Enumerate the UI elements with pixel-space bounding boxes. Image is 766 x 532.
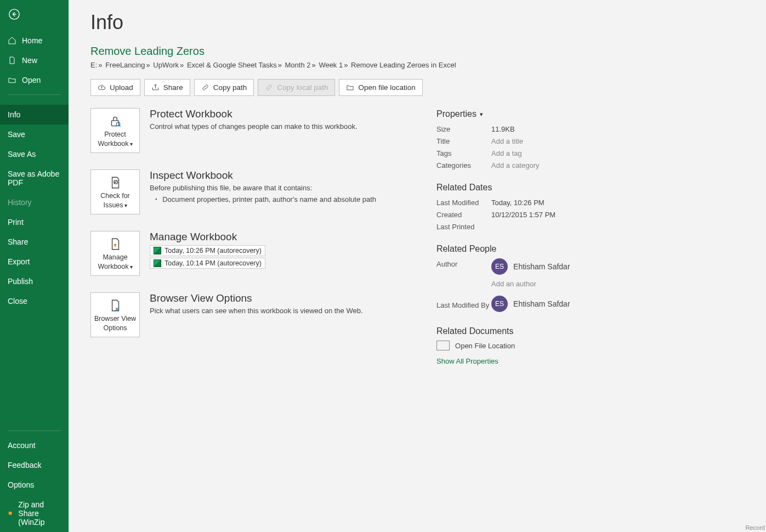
autorecovery-version[interactable]: Today, 10:26 PM (autorecovery) xyxy=(150,245,265,256)
prop-key-last-modified-by: Last Modified By xyxy=(436,299,491,312)
sidebar-item-home[interactable]: Home xyxy=(0,31,69,50)
sidebar-item-print[interactable]: Print xyxy=(0,212,69,232)
prop-val-categories[interactable]: Add a category xyxy=(491,160,539,172)
properties-panel: Properties ▾ Size11.9KB TitleAdd a title… xyxy=(436,108,656,366)
button-label: Upload xyxy=(110,83,133,92)
chevron-down-icon: ▾ xyxy=(480,111,483,118)
sidebar-item-close[interactable]: Close xyxy=(0,291,69,311)
sidebar-item-share[interactable]: Share xyxy=(0,232,69,252)
check-for-issues-button[interactable]: Check for Issues▾ xyxy=(90,169,140,214)
browser-view-options-button[interactable]: Browser View Options xyxy=(90,292,140,337)
copy-local-path-button: Copy local path xyxy=(258,79,335,96)
show-all-properties-link[interactable]: Show All Properties xyxy=(436,357,498,365)
sidebar-item-account[interactable]: Account xyxy=(0,435,69,455)
prop-val-tags[interactable]: Add a tag xyxy=(491,148,522,160)
prop-val-size: 11.9KB xyxy=(491,123,515,135)
breadcrumb-segment[interactable]: FreeLancing xyxy=(105,61,145,69)
page-title: Info xyxy=(90,11,766,34)
home-icon xyxy=(8,36,16,45)
related-documents-heading: Related Documents xyxy=(436,326,656,336)
manage-workbook-title: Manage Workbook xyxy=(150,231,265,243)
sidebar-item-save[interactable]: Save xyxy=(0,124,69,144)
svg-rect-2 xyxy=(112,121,119,126)
inspect-bullet: Document properties, printer path, autho… xyxy=(155,195,376,203)
sidebar-item-info[interactable]: Info xyxy=(0,105,69,124)
last-modified-by-person[interactable]: ES Ehtisham Safdar xyxy=(491,296,570,312)
manage-workbook-button[interactable]: Manage Workbook▾ xyxy=(90,231,140,276)
inspect-workbook-row: Check for Issues▾ Inspect Workbook Befor… xyxy=(90,169,376,214)
breadcrumb-segment[interactable]: Month 2 xyxy=(285,61,311,69)
zip-icon xyxy=(8,509,13,518)
sidebar-label: Print xyxy=(8,218,24,227)
sidebar-label: Close xyxy=(8,297,27,305)
excel-file-icon xyxy=(154,259,161,267)
sidebar-item-open[interactable]: Open xyxy=(0,70,69,90)
breadcrumb-segment[interactable]: E: xyxy=(90,61,97,69)
record-label: Record xyxy=(746,524,765,531)
prop-key-last-modified: Last Modified xyxy=(436,197,491,209)
sidebar-mid-group: Info Save Save As Save as Adobe PDF Hist… xyxy=(0,105,69,311)
sidebar-label: Zip and Share (WinZip xyxy=(18,500,63,527)
protect-workbook-button[interactable]: Protect Workbook▾ xyxy=(90,108,140,153)
sidebar-item-new[interactable]: New xyxy=(0,50,69,70)
prop-key-title: Title xyxy=(436,135,491,148)
sidebar-label: Save xyxy=(8,130,25,139)
open-folder-icon xyxy=(8,76,16,84)
sidebar-divider xyxy=(8,431,61,431)
sidebar-label: Share xyxy=(8,237,28,246)
sidebar-item-publish[interactable]: Publish xyxy=(0,271,69,291)
folder-icon xyxy=(436,341,450,350)
share-button[interactable]: Share xyxy=(144,79,190,96)
sidebar-label: Info xyxy=(8,110,20,119)
sidebar-item-save-as[interactable]: Save As xyxy=(0,144,69,164)
avatar: ES xyxy=(491,258,508,275)
prop-key-created: Created xyxy=(436,209,491,221)
upload-button[interactable]: Upload xyxy=(90,79,140,96)
back-arrow-icon xyxy=(8,8,20,20)
browser-view-desc: Pick what users can see when this workbo… xyxy=(150,307,363,315)
breadcrumb-segment[interactable]: UpWork xyxy=(153,61,179,69)
sidebar-label: Options xyxy=(8,480,34,489)
sidebar-item-export[interactable]: Export xyxy=(0,252,69,271)
sidebar-item-zip-share[interactable]: Zip and Share (WinZip xyxy=(0,495,69,532)
prop-key-tags: Tags xyxy=(436,148,491,160)
button-label: Copy local path xyxy=(277,83,328,92)
sidebar-label: New xyxy=(22,56,37,65)
prop-key-author: Author xyxy=(436,258,491,270)
autorecovery-version[interactable]: Today, 10:14 PM (autorecovery) xyxy=(150,258,265,269)
copy-path-button[interactable]: Copy path xyxy=(194,79,254,96)
chevron-down-icon: ▾ xyxy=(130,141,133,147)
breadcrumb-segment[interactable]: Excel & Google Sheet Tasks xyxy=(187,61,277,69)
open-file-location-link[interactable]: Open File Location xyxy=(436,341,656,350)
prop-key-size: Size xyxy=(436,123,491,135)
sidebar-item-save-adobe-pdf[interactable]: Save as Adobe PDF xyxy=(0,164,69,193)
cloud-upload-icon xyxy=(98,83,106,92)
sidebar-item-feedback[interactable]: Feedback xyxy=(0,455,69,475)
breadcrumb-segment[interactable]: Week 1 xyxy=(319,61,343,69)
prop-val-last-modified: Today, 10:26 PM xyxy=(491,197,544,209)
sidebar-item-history: History xyxy=(0,193,69,212)
excel-file-icon xyxy=(154,247,161,254)
button-label: Open file location xyxy=(358,83,415,92)
button-label: Copy path xyxy=(213,83,247,92)
prop-key-categories: Categories xyxy=(436,160,491,172)
inspect-workbook-desc: Before publishing this file, be aware th… xyxy=(150,184,376,192)
properties-heading[interactable]: Properties ▾ xyxy=(436,109,656,119)
svg-rect-1 xyxy=(9,512,12,514)
document-title: Remove Leading Zeros xyxy=(90,45,766,58)
sidebar-label: Save As xyxy=(8,150,36,159)
open-file-location-button[interactable]: Open file location xyxy=(339,79,422,96)
sidebar-label: Save as Adobe PDF xyxy=(8,169,63,187)
new-doc-icon xyxy=(8,56,16,65)
author-name: Ehtisham Safdar xyxy=(513,261,570,273)
back-button[interactable] xyxy=(3,3,25,25)
protect-workbook-desc: Control what types of changes people can… xyxy=(150,122,358,131)
prop-val-title[interactable]: Add a title xyxy=(491,135,523,148)
breadcrumb-segment[interactable]: Remove Leading Zeroes in Excel xyxy=(351,61,456,69)
share-icon xyxy=(151,83,160,92)
link-icon xyxy=(265,83,273,92)
sidebar-item-options[interactable]: Options xyxy=(0,475,69,495)
folder-open-icon xyxy=(346,83,354,92)
add-author-field[interactable]: Add an author xyxy=(491,278,570,290)
author-person[interactable]: ES Ehtisham Safdar xyxy=(491,258,570,275)
